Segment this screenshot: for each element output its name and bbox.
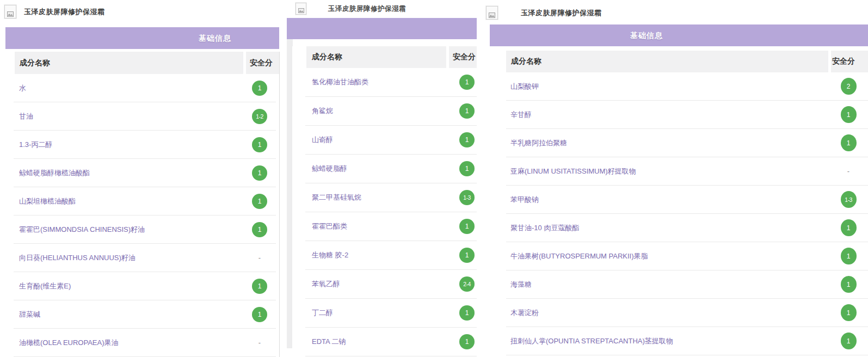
safety-score-cell: 1	[459, 248, 475, 263]
safety-score-cell: 1	[459, 103, 475, 119]
table-row: 氢化椰油甘油酯类1	[305, 68, 477, 97]
safety-score-cell: -	[243, 338, 276, 347]
ingredient-name-link[interactable]: 油橄榄(OLEA EUROPAEA)果油	[19, 338, 243, 348]
safety-score-badge: 1	[459, 103, 475, 119]
ingredient-name-link[interactable]: 氢化椰油甘油酯类	[312, 77, 459, 87]
safety-score-badge: 1-2	[252, 109, 267, 124]
table-row: EDTA 二钠1	[305, 328, 477, 356]
safety-score-badge: 2	[841, 78, 857, 95]
section-band-label: 基础信息	[199, 27, 231, 49]
ingredient-name-link[interactable]: 苯氧乙醇	[312, 279, 459, 289]
no-score-dash: -	[258, 338, 261, 347]
ingredient-name-link[interactable]: 聚二甲基硅氧烷	[312, 193, 459, 202]
safety-score-badge: 1	[252, 279, 267, 294]
ingredient-name-link[interactable]: 甜菜碱	[19, 310, 243, 319]
product-image-placeholder-icon	[486, 6, 498, 20]
safety-score-cell: -	[829, 167, 868, 175]
safety-score-cell: 1	[829, 333, 868, 349]
column-header-safety-score: 安全分	[246, 52, 279, 74]
table-row: 木薯淀粉1	[506, 299, 868, 327]
table-row: 鲸蜡硬脂醇橄榄油酸酯1	[14, 159, 276, 187]
safety-score-badge: 1	[252, 81, 267, 96]
ingredient-name-link[interactable]: 向日葵(HELIANTHUS ANNUUS)籽油	[19, 253, 243, 263]
safety-score-cell: 1	[459, 75, 475, 90]
ingredient-name-link[interactable]: 霍霍巴酯类	[312, 221, 459, 231]
table-row: 霍霍巴酯类1	[305, 212, 477, 241]
safety-score-badge: 1	[841, 276, 857, 293]
table-row: 山嵛醇1	[305, 126, 477, 155]
table-row: 聚甘油-10 肉豆蔻酸酯1	[506, 214, 868, 242]
safety-score-badge: 1	[252, 222, 267, 237]
ingredient-name-link[interactable]: EDTA 二钠	[312, 337, 459, 347]
ingredient-name-link[interactable]: 山嵛醇	[312, 135, 459, 145]
safety-score-cell: -	[243, 254, 276, 262]
ingredient-name-link[interactable]: 辛甘醇	[510, 110, 829, 120]
safety-score-cell: 1	[243, 81, 276, 96]
table-row: 丁二醇1	[305, 299, 477, 328]
safety-score-badge: 1	[252, 307, 267, 322]
safety-score-badge: 1	[459, 161, 475, 176]
safety-score-cell: 1	[459, 334, 475, 349]
safety-score-badge: 1	[841, 219, 857, 236]
table-row: 向日葵(HELIANTHUS ANNUUS)籽油-	[14, 244, 276, 272]
ingredient-name-link[interactable]: 半乳糖阿拉伯聚糖	[510, 138, 829, 148]
safety-score-cell: 1	[243, 222, 276, 237]
table-row: 山梨酸钾2	[506, 72, 868, 101]
safety-score-cell: 2	[829, 78, 868, 95]
ingredient-table: 成分名称 安全分 山梨酸钾2辛甘醇1半乳糖阿拉伯聚糖1亚麻(LINUM USIT…	[496, 51, 868, 357]
table-row: 海藻糖1	[506, 270, 868, 299]
ingredient-name-link[interactable]: 聚甘油-10 肉豆蔻酸酯	[510, 223, 829, 233]
safety-score-badge: 2-4	[459, 276, 475, 292]
safety-score-cell: 1	[829, 106, 868, 123]
product-title: 玉泽皮肤屏障修护保湿霜	[521, 8, 602, 18]
ingredient-name-link[interactable]: 木薯淀粉	[510, 308, 829, 318]
safety-score-badge: 1	[252, 165, 267, 181]
column-header-ingredient-name: 成分名称	[15, 52, 243, 74]
ingredient-table: 成分名称 安全分 氢化椰油甘油酯类1角鲨烷1山嵛醇1鲸蜡硬脂醇1聚二甲基硅氧烷1…	[292, 46, 477, 357]
table-row: 甜菜碱1	[14, 300, 276, 329]
safety-score-badge: 1	[459, 334, 475, 349]
table-body: 山梨酸钾2辛甘醇1半乳糖阿拉伯聚糖1亚麻(LINUM USITATISSIMUM…	[506, 72, 868, 355]
ingredient-name-link[interactable]: 山梨酸钾	[510, 82, 829, 91]
safety-score-cell: 1	[829, 248, 868, 264]
ingredient-name-link[interactable]: 亚麻(LINUM USITATISSIMUM)籽提取物	[510, 167, 829, 176]
ingredient-name-link[interactable]: 鲸蜡硬脂醇	[312, 164, 459, 174]
ingredient-name-link[interactable]: 丁二醇	[312, 308, 459, 318]
product-image-placeholder-icon	[4, 5, 16, 19]
product-title: 玉泽皮肤屏障修护保湿霜	[24, 7, 105, 17]
ingredient-name-link[interactable]: 霍霍巴(SIMMONDSIA CHINENSIS)籽油	[19, 225, 243, 235]
ingredient-name-link[interactable]: 海藻糖	[510, 280, 829, 290]
safety-score-cell: 1	[243, 137, 276, 152]
safety-score-cell: 1	[829, 219, 868, 236]
table-row: 苯氧乙醇2-4	[305, 270, 477, 299]
table-row: 生物糖 胶-21	[305, 241, 477, 270]
ingredient-name-link[interactable]: 1.3-丙二醇	[19, 140, 243, 150]
ingredient-name-link[interactable]: 扭刺仙人掌(OPUNTIA STREPTACANTHA)茎提取物	[510, 336, 829, 346]
ingredient-name-link[interactable]: 生育酚(维生素E)	[19, 281, 243, 291]
safety-score-cell: 1	[243, 194, 276, 209]
safety-score-cell: 1	[243, 165, 276, 181]
safety-score-badge: 1	[252, 137, 267, 152]
table-row: 角鲨烷1	[305, 97, 477, 126]
ingredient-name-link[interactable]: 水	[19, 83, 243, 93]
table-body: 水1甘油1-21.3-丙二醇1鲸蜡硬脂醇橄榄油酸酯1山梨坦橄榄油酸酯1霍霍巴(S…	[14, 74, 276, 357]
ingredient-name-link[interactable]: 山梨坦橄榄油酸酯	[19, 196, 243, 206]
table-body: 氢化椰油甘油酯类1角鲨烷1山嵛醇1鲸蜡硬脂醇1聚二甲基硅氧烷1-3霍霍巴酯类1生…	[305, 68, 477, 356]
ingredient-name-link[interactable]: 甘油	[19, 112, 243, 121]
product-header: 玉泽皮肤屏障修护保湿霜	[296, 3, 406, 15]
table-row: 甘油1-2	[14, 102, 276, 131]
safety-score-badge: 1	[459, 132, 475, 147]
ingredient-name-link[interactable]: 鲸蜡硬脂醇橄榄油酸酯	[19, 168, 243, 178]
ingredient-name-link[interactable]: 苯甲酸钠	[510, 195, 829, 205]
safety-score-badge: 1	[459, 219, 475, 234]
ingredient-name-link[interactable]: 角鲨烷	[312, 106, 459, 116]
safety-score-badge: 1	[841, 304, 857, 321]
ingredient-name-link[interactable]: 生物糖 胶-2	[312, 250, 459, 260]
safety-score-cell: 1	[459, 219, 475, 234]
column-header-ingredient-name: 成分名称	[506, 51, 828, 72]
ingredient-name-link[interactable]: 牛油果树(BUTYROSPERMUM PARKII)果脂	[510, 251, 829, 261]
section-band: 基础信息	[5, 27, 279, 49]
table-row: 牛油果树(BUTYROSPERMUM PARKII)果脂1	[506, 242, 868, 270]
ingredient-panel-2: 玉泽皮肤屏障修护保湿霜 成分名称 安全分 氢化椰油甘油酯类1角鲨烷1山嵛醇1鲸蜡…	[283, 0, 477, 357]
safety-score-cell: 1	[829, 134, 868, 151]
